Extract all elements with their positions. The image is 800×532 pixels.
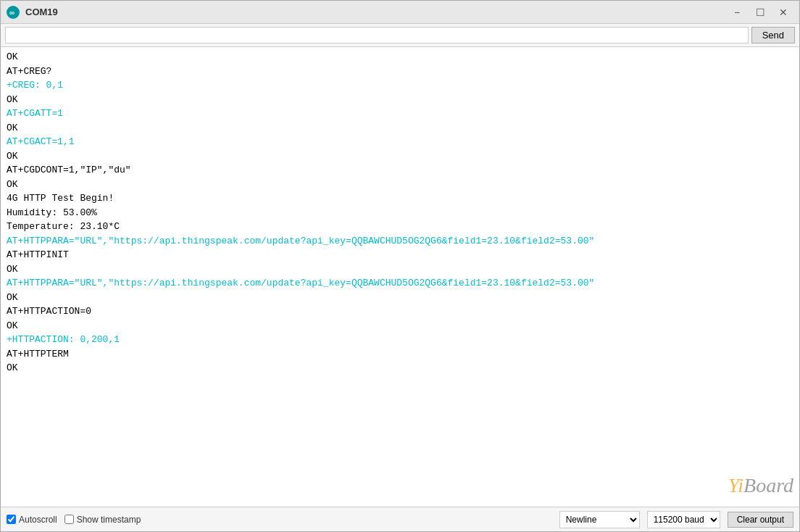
- status-bar: Autoscroll Show timestamp No line ending…: [1, 507, 799, 531]
- output-line: OK: [7, 178, 793, 192]
- output-line: AT+CGATT=1: [7, 107, 793, 121]
- watermark-yi: Yi: [728, 474, 743, 496]
- output-line: AT+HTTPACTION=0: [7, 304, 793, 319]
- output-line: OK: [7, 121, 793, 136]
- newline-select[interactable]: No line ending Newline Carriage return B…: [559, 511, 640, 528]
- output-line: AT+HTTPINIT: [7, 248, 793, 262]
- output-line: 4G HTTP Test Begin!: [7, 191, 793, 206]
- window-title: COM19: [25, 7, 727, 17]
- output-line: AT+HTTPTERM: [7, 347, 793, 362]
- send-button[interactable]: Send: [751, 27, 795, 43]
- autoscroll-text: Autoscroll: [19, 515, 57, 525]
- serial-monitor-window: ∞ COM19 − ☐ ✕ Send OKAT+CREG?+CREG: 0,1O…: [0, 0, 800, 532]
- output-line: +HTTPACTION: 0,200,1: [7, 333, 793, 347]
- timestamp-checkbox[interactable]: [64, 515, 74, 524]
- minimize-button[interactable]: −: [727, 4, 747, 20]
- output-line: OK: [7, 93, 793, 107]
- output-line: Temperature: 23.10*C: [7, 220, 793, 234]
- output-area[interactable]: OKAT+CREG?+CREG: 0,1OKAT+CGATT=1OKAT+CGA…: [1, 47, 799, 507]
- output-line: +CREG: 0,1: [7, 78, 793, 93]
- output-line: OK: [7, 50, 793, 65]
- output-line: AT+CGACT=1,1: [7, 135, 793, 149]
- timestamp-text: Show timestamp: [77, 515, 141, 525]
- title-bar: ∞ COM19 − ☐ ✕: [1, 1, 799, 24]
- input-bar: Send: [1, 24, 799, 47]
- output-line: Humidity: 53.00%: [7, 206, 793, 220]
- output-line: OK: [7, 319, 793, 333]
- output-line: OK: [7, 262, 793, 277]
- window-controls: − ☐ ✕: [727, 4, 793, 20]
- close-button[interactable]: ✕: [773, 4, 793, 20]
- timestamp-label[interactable]: Show timestamp: [64, 515, 141, 525]
- clear-output-button[interactable]: Clear output: [728, 512, 793, 528]
- output-line: AT+HTTPPARA="URL","https://api.thingspea…: [7, 276, 793, 291]
- watermark: YiBoard: [728, 470, 793, 501]
- output-line: AT+CREG?: [7, 65, 793, 79]
- output-line: OK: [7, 149, 793, 164]
- baud-select[interactable]: 9600 baud 19200 baud 38400 baud 57600 ba…: [647, 511, 720, 528]
- restore-button[interactable]: ☐: [750, 4, 770, 20]
- output-line: OK: [7, 361, 793, 375]
- output-line: AT+HTTPPARA="URL","https://api.thingspea…: [7, 234, 793, 249]
- watermark-board: Board: [743, 474, 793, 496]
- autoscroll-label[interactable]: Autoscroll: [7, 515, 57, 525]
- autoscroll-checkbox[interactable]: [7, 515, 16, 524]
- output-line: OK: [7, 291, 793, 305]
- arduino-logo: ∞: [7, 6, 20, 19]
- output-line: AT+CGDCONT=1,"IP","du": [7, 163, 793, 178]
- serial-input[interactable]: [5, 27, 749, 43]
- svg-text:∞: ∞: [9, 9, 14, 17]
